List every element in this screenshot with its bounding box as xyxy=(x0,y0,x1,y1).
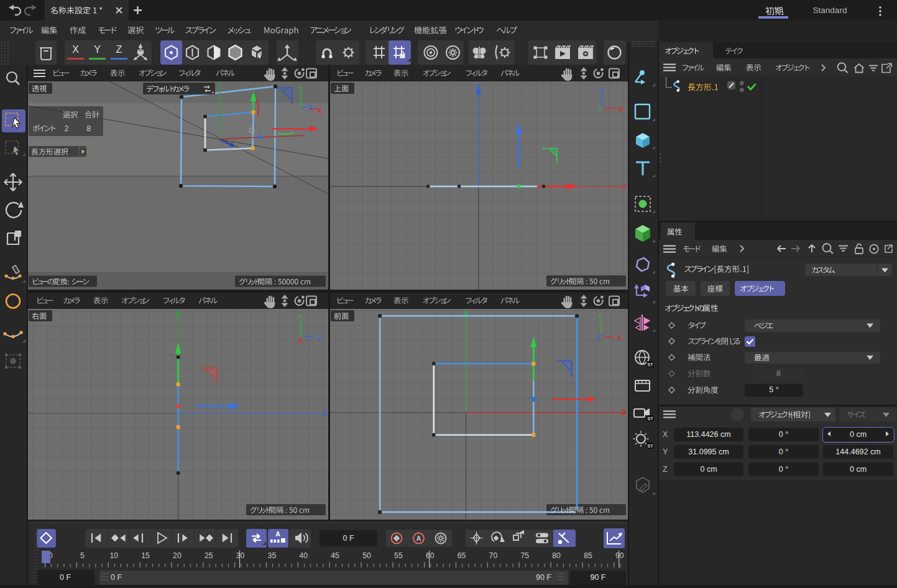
svg-text:X: X xyxy=(317,107,322,114)
svg-text:X: X xyxy=(619,106,623,113)
svg-text:2: 2 xyxy=(65,124,69,133)
svg-text:Z: Z xyxy=(318,334,322,341)
svg-text:8: 8 xyxy=(87,124,91,133)
svg-text:Y: Y xyxy=(599,106,603,113)
svg-text:Z: Z xyxy=(308,104,313,111)
svg-text:X: X xyxy=(617,334,622,341)
svg-text:Y: Y xyxy=(298,313,303,321)
svg-text:Y: Y xyxy=(298,85,303,93)
svg-text:X: X xyxy=(298,338,303,344)
svg-text:Y: Y xyxy=(598,313,603,321)
svg-text:Z: Z xyxy=(600,86,604,94)
svg-text:Z: Z xyxy=(597,334,600,341)
